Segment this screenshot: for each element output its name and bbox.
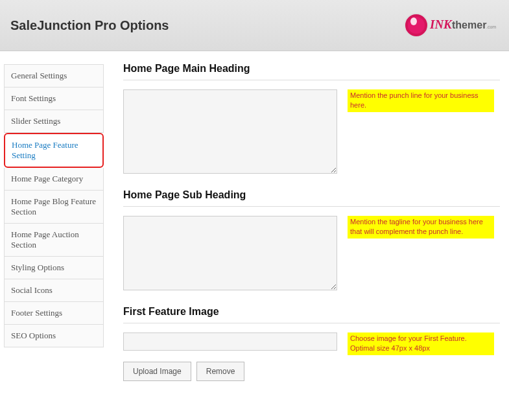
sidebar-item-social-icons[interactable]: Social Icons (4, 279, 104, 302)
sidebar-item-slider-settings[interactable]: Slider Settings (4, 110, 104, 133)
sub-heading-hint: Mention the tagline for your business he… (348, 216, 494, 239)
main-heading-textarea[interactable] (123, 89, 337, 174)
section-title: Home Page Main Heading (123, 63, 500, 80)
remove-button[interactable]: Remove (196, 362, 245, 381)
section-body: Mention the punch line for your business… (123, 89, 500, 174)
section-sub-heading: Home Page Sub Heading Mention the taglin… (123, 189, 500, 290)
sidebar-item-label: Home Page Category (11, 174, 83, 183)
sidebar-item-general-settings[interactable]: General Settings (4, 64, 104, 88)
section-main-heading: Home Page Main Heading Mention the punch… (123, 63, 500, 174)
section-body: Mention the tagline for your business he… (123, 216, 500, 290)
feature-image-hint: Choose image for your First Feature. Opt… (348, 332, 494, 355)
sidebar-item-label: Slider Settings (11, 116, 60, 126)
sidebar-item-label: Home Page Feature Setting (12, 140, 78, 160)
section-body: Choose image for your First Feature. Opt… (123, 332, 500, 355)
sidebar-item-home-page-blog-feature-section[interactable]: Home Page Blog Feature Section (4, 191, 104, 224)
main-container: General Settings Font Settings Slider Se… (0, 51, 509, 408)
sidebar-item-seo-options[interactable]: SEO Options (4, 325, 104, 347)
brand-logo: INK themer .com (401, 12, 499, 39)
upload-image-button[interactable]: Upload Image (123, 362, 191, 381)
page-title: SaleJunction Pro Options (10, 18, 169, 33)
svg-text:INK: INK (429, 18, 453, 31)
button-row: Upload Image Remove (123, 362, 500, 381)
sidebar-item-label: SEO Options (11, 331, 56, 340)
section-title: First Feature Image (123, 306, 500, 323)
sidebar-item-home-page-category[interactable]: Home Page Category (4, 168, 104, 191)
main-heading-hint: Mention the punch line for your business… (348, 89, 494, 112)
sub-heading-textarea[interactable] (123, 216, 337, 290)
svg-text:.com: .com (486, 25, 496, 29)
sidebar-item-label: Home Page Auction Section (11, 229, 79, 250)
sidebar: General Settings Font Settings Slider Se… (0, 51, 104, 347)
sidebar-item-label: Font Settings (11, 93, 56, 103)
sidebar-item-label: Styling Options (11, 262, 64, 272)
header-bar: SaleJunction Pro Options INK themer .com (0, 0, 509, 51)
feature-image-path-input[interactable] (123, 332, 337, 351)
content-area: Home Page Main Heading Mention the punch… (104, 51, 509, 408)
sidebar-item-label: Social Icons (11, 285, 53, 295)
sidebar-item-label: Footer Settings (11, 308, 62, 318)
sidebar-item-label: Home Page Blog Feature Section (11, 196, 96, 216)
sidebar-item-label: General Settings (11, 71, 67, 80)
section-first-feature-image: First Feature Image Choose image for you… (123, 306, 500, 381)
section-title: Home Page Sub Heading (123, 189, 500, 207)
svg-point-2 (410, 18, 417, 25)
sidebar-item-footer-settings[interactable]: Footer Settings (4, 302, 104, 325)
sidebar-item-font-settings[interactable]: Font Settings (4, 88, 104, 110)
svg-text:themer: themer (452, 19, 486, 30)
sidebar-item-home-page-auction-section[interactable]: Home Page Auction Section (4, 224, 104, 257)
sidebar-item-styling-options[interactable]: Styling Options (4, 257, 104, 279)
sidebar-item-home-page-feature-setting[interactable]: Home Page Feature Setting (4, 133, 104, 168)
